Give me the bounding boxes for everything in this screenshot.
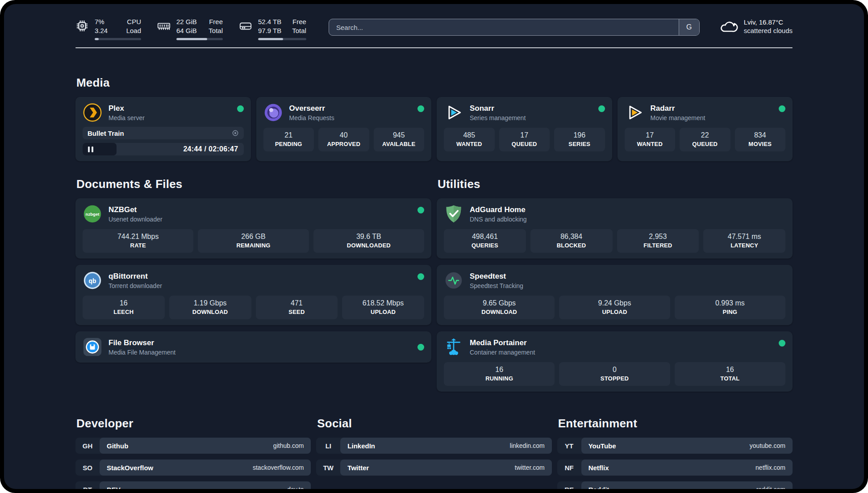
bookmark-linkedin[interactable]: LI LinkedIn linkedin.com	[316, 438, 551, 454]
stat-movies: 834 MOVIES	[735, 128, 786, 151]
card-subtitle: Movie management	[651, 114, 705, 121]
section-title-entertainment: Entertainment	[558, 417, 793, 430]
bookmark-name: YouTube	[588, 442, 616, 450]
section-title-documents: Documents & Files	[76, 177, 431, 191]
bookmark-name: Twitter	[347, 464, 369, 472]
stat-upload: 9.24 Gbps UPLOAD	[559, 296, 670, 319]
status-dot	[417, 273, 424, 280]
radarr-icon	[625, 103, 644, 122]
plex-card[interactable]: Plex Media server Bullet Train	[75, 97, 251, 161]
qbittorrent-icon: qb	[83, 271, 102, 290]
pause-icon[interactable]	[88, 146, 93, 152]
bookmark-name: Github	[107, 442, 128, 450]
playback-time: 24:44 / 02:06:47	[183, 145, 243, 153]
stat-filtered: 2,953 FILTERED	[617, 229, 699, 253]
stat-pending: 21 PENDING	[263, 128, 314, 151]
memory-free-label: Free	[209, 17, 223, 26]
window-frame: 7% 3.24 CPU Load	[0, 0, 868, 493]
bookmark-tag: LI	[316, 438, 340, 454]
weather-location: Lviv, 16.87°C	[744, 18, 793, 26]
nzbget-icon: nzbget	[83, 204, 102, 224]
filebrowser-icon	[83, 337, 102, 357]
playback-progress: 24:44 / 02:06:47	[83, 143, 244, 155]
bookmark-stackoverflow[interactable]: SO StackOverflow stackoverflow.com	[75, 460, 311, 476]
bookmark-reddit[interactable]: RE Reddit reddit.com	[557, 481, 793, 489]
card-title: Media Portainer	[470, 338, 535, 347]
search-bar: G	[329, 19, 700, 36]
stat-queued: 17 QUEUED	[499, 128, 550, 151]
storage-widget: 52.4 TB 97.9 TB Free Total	[239, 17, 306, 40]
section-title-developer: Developer	[76, 417, 311, 430]
weather-widget: Lviv, 16.87°C scattered clouds	[719, 18, 793, 34]
card-subtitle: Media Requests	[289, 114, 334, 121]
card-subtitle: Container management	[470, 349, 535, 356]
card-title: File Browser	[108, 338, 175, 347]
bookmark-tag: TW	[316, 460, 340, 476]
card-title: Speedtest	[470, 272, 523, 281]
stat-total: 16 TOTAL	[675, 362, 785, 386]
cpu-usage: 7%	[95, 17, 108, 26]
card-title: qBittorrent	[108, 272, 162, 281]
adguard-card[interactable]: AdGuard Home DNS and adblocking 498,461 …	[437, 198, 793, 259]
radarr-card[interactable]: Radarr Movie management 17 WANTED 22 QUE…	[618, 97, 793, 161]
stat-series: 196 SERIES	[554, 128, 605, 151]
card-title: AdGuard Home	[470, 205, 527, 214]
bookmark-group-entertainment: Entertainment YT YouTube youtube.com NF …	[557, 417, 793, 489]
cpu-load: 3.24	[95, 26, 108, 35]
session-target-icon[interactable]	[232, 130, 239, 137]
card-title: Radarr	[651, 104, 705, 113]
memory-total: 64 GiB	[176, 26, 197, 35]
memory-progress-track	[176, 38, 223, 40]
status-dot	[417, 105, 424, 112]
overseerr-card[interactable]: Overseerr Media Requests 21 PENDING 40 A…	[256, 97, 432, 161]
section-title-social: Social	[317, 417, 551, 430]
filebrowser-card[interactable]: File Browser Media File Management	[75, 331, 431, 363]
search-engine-button[interactable]: G	[679, 19, 699, 35]
nzbget-card[interactable]: nzbget NZBGet Usenet downloader 744.21 M…	[75, 198, 431, 259]
section-title-media: Media	[76, 76, 793, 90]
qbittorrent-card[interactable]: qb qBittorrent Torrent downloader 16 LEE…	[75, 265, 431, 325]
adguard-icon	[444, 204, 463, 224]
cpu-load-label: Load	[126, 26, 141, 35]
card-subtitle: Torrent downloader	[108, 282, 162, 289]
weather-condition: scattered clouds	[744, 27, 793, 34]
status-dot	[779, 340, 785, 347]
bookmark-url: stackoverflow.com	[253, 464, 304, 471]
card-title: Overseerr	[289, 104, 334, 113]
stat-upload: 618.52 Mbps UPLOAD	[342, 296, 424, 319]
search-input[interactable]	[329, 19, 700, 36]
cpu-widget: 7% 3.24 CPU Load	[75, 17, 141, 40]
now-playing-title: Bullet Train	[88, 130, 124, 137]
card-subtitle: Usenet downloader	[108, 216, 163, 223]
bookmark-github[interactable]: GH Github github.com	[75, 438, 311, 454]
memory-total-label: Total	[209, 26, 223, 35]
bookmark-twitter[interactable]: TW Twitter twitter.com	[316, 460, 551, 476]
portainer-card[interactable]: Media Portainer Container management 16 …	[437, 331, 793, 392]
stat-queries: 498,461 QUERIES	[444, 229, 526, 253]
cpu-usage-label: CPU	[126, 17, 141, 26]
storage-icon	[239, 19, 252, 33]
sonarr-card[interactable]: Sonarr Series management 485 WANTED 17 Q…	[437, 97, 612, 161]
memory-free: 22 GiB	[176, 17, 197, 26]
bookmark-dev[interactable]: DT DEV dev.to	[75, 481, 311, 489]
stat-downloaded: 39.6 TB DOWNLOADED	[313, 229, 424, 253]
stat-wanted: 17 WANTED	[625, 128, 676, 151]
bookmark-tag: YT	[557, 438, 581, 454]
stat-stopped: 0 STOPPED	[559, 362, 670, 386]
bookmark-youtube[interactable]: YT YouTube youtube.com	[557, 438, 793, 454]
status-dot	[417, 344, 424, 351]
bookmark-group-developer: Developer GH Github github.com SO StackO…	[75, 417, 311, 489]
speedtest-card[interactable]: Speedtest Speedtest Tracking 9.65 Gbps D…	[437, 265, 793, 325]
storage-total-label: Total	[292, 26, 306, 35]
header-divider	[75, 47, 793, 48]
storage-total: 97.9 TB	[258, 26, 281, 35]
bookmark-name: Netflix	[588, 464, 609, 472]
bookmark-url: twitter.com	[515, 464, 545, 471]
bookmark-url: youtube.com	[750, 442, 785, 449]
bookmark-netflix[interactable]: NF Netflix netflix.com	[557, 460, 793, 476]
bookmark-group-social: Social LI LinkedIn linkedin.com TW Twitt…	[316, 417, 551, 489]
bookmark-name: Reddit	[588, 486, 609, 489]
bookmark-tag: DT	[75, 481, 100, 489]
bookmark-tag: SO	[75, 460, 100, 476]
card-subtitle: Media server	[108, 114, 145, 121]
